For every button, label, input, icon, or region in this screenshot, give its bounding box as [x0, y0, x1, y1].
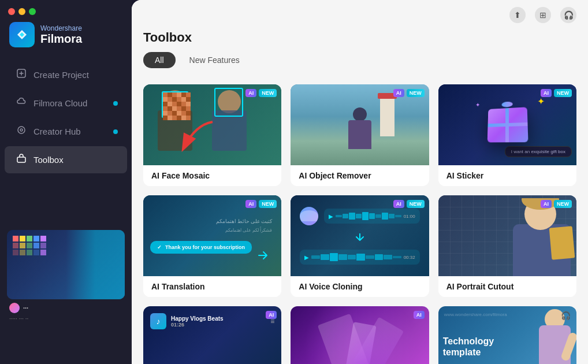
sidebar-item-creator-hub[interactable]: Creator Hub [5, 118, 127, 145]
card-label: AI Object Remover [291, 165, 429, 186]
logo-text: Wondershare Filmora [40, 24, 82, 46]
badge-new: NEW [259, 89, 277, 97]
preview-meta: ··· [0, 299, 132, 315]
upload-icon[interactable]: ⬆ [509, 7, 526, 23]
minimize-button[interactable] [18, 8, 25, 15]
sidebar-item-filmora-cloud[interactable]: Filmora Cloud [5, 90, 127, 117]
preview-card-1[interactable] [7, 230, 125, 299]
card-badges: AI NEW [541, 200, 572, 208]
sidebar-item-create-project[interactable]: Create Project [5, 61, 127, 88]
card-ai-object-remover[interactable]: AI NEW AI Object Remover [291, 84, 429, 186]
card-badges: AI NEW [245, 89, 277, 97]
notification-dot [113, 101, 118, 106]
brand-name: Wondershare [40, 24, 82, 32]
card-badges: AI NEW [393, 89, 425, 97]
svg-point-2 [20, 129, 23, 131]
card-ai-sticker[interactable]: ✦ ✦ I want an exquisite gift box AI NEW … [438, 84, 576, 186]
sidebar-item-label: Create Project [34, 70, 89, 80]
tech-title-line1: Technology [443, 336, 494, 347]
badge-new: NEW [554, 200, 572, 208]
badge-new: NEW [554, 89, 572, 97]
section-header: Toolbox All New Features [143, 28, 576, 75]
voice-clone-arrow [354, 233, 366, 243]
card-badges: AI NEW [245, 200, 277, 208]
creator-hub-icon [16, 125, 27, 138]
app-logo-icon [9, 22, 35, 47]
app-name: Filmora [40, 32, 82, 46]
window-controls [8, 8, 36, 15]
badge-new: NEW [259, 200, 277, 208]
sidebar-item-toolbox[interactable]: Toolbox [5, 146, 127, 173]
card-beats[interactable]: ♪ Happy Vlogs Beats 01:26 ≡ 😊 Happy 🎬 Vl… [143, 306, 281, 364]
badge-new: NEW [407, 89, 425, 97]
topbar-actions: ⬆ ⊞ 🎧 [143, 7, 576, 28]
card-image: AI NEW [143, 84, 281, 165]
sidebar-item-label: Filmora Cloud [34, 98, 87, 108]
translate-arrow-icon [256, 248, 270, 262]
beats-title: Happy Vlogs Beats [171, 315, 224, 322]
card-label: AI Voice Cloning [291, 276, 429, 297]
card-ai-translation[interactable]: كتبت على حائط اهتمامكم فشكراً لكم على اه… [143, 195, 281, 297]
bottom-preview-area: ··· ····· ··· ·· [0, 225, 132, 364]
notification-dot [113, 129, 118, 134]
tab-all[interactable]: All [143, 52, 176, 68]
card-crystal[interactable]: AI · · · [291, 306, 429, 364]
toolbox-icon [16, 153, 27, 166]
preview-title: ····· ··· ·· [0, 315, 132, 322]
logo-area: Wondershare Filmora [0, 17, 132, 57]
badge-ai: AI [245, 89, 256, 97]
red-arrow [178, 119, 218, 159]
card-image: ▶ [291, 195, 429, 276]
sidebar-item-label: Toolbox [34, 155, 64, 165]
svg-rect-3 [17, 157, 25, 162]
card-label: AI Portrait Cutout [438, 276, 576, 297]
sidebar-nav: Create Project Filmora Cloud Creator Hub [0, 57, 132, 178]
toolbox-grid-container: AI NEW AI Face Mosaic [132, 75, 588, 364]
maximize-button[interactable] [29, 8, 36, 15]
card-ai-portrait-cutout[interactable]: AI NEW AI Portrait Cutout [438, 195, 576, 297]
cloud-icon [16, 96, 27, 110]
card-badges: AI [414, 311, 425, 319]
main-content: ⬆ ⊞ 🎧 Toolbox All New Features [132, 0, 588, 364]
card-image: كتبت على حائط اهتمامكم فشكراً لكم على اه… [143, 195, 281, 276]
card-image: ✦ ✦ I want an exquisite gift box AI NEW [438, 84, 576, 165]
card-image: AI NEW [291, 84, 429, 165]
card-image: AI [291, 306, 429, 364]
sidebar-item-label: Creator Hub [34, 127, 81, 136]
card-ai-voice-cloning[interactable]: ▶ [291, 195, 429, 297]
card-technology-template[interactable]: www.wondershare.com/filmora Technology t… [438, 306, 576, 364]
grid-view-icon[interactable]: ⊞ [535, 7, 551, 23]
translation-bubble-text: Thank you for your subscription [165, 244, 245, 250]
card-ai-face-mosaic[interactable]: AI NEW AI Face Mosaic [143, 84, 281, 186]
section-title: Toolbox [143, 30, 576, 45]
card-label: AI Sticker [438, 165, 576, 186]
close-button[interactable] [8, 8, 15, 15]
card-image: AI NEW [438, 195, 576, 276]
headphone-icon[interactable]: 🎧 [560, 7, 576, 23]
beats-duration: 01:26 [171, 322, 224, 328]
card-image: www.wondershare.com/filmora Technology t… [438, 306, 576, 364]
create-project-icon [16, 68, 27, 81]
badge-ai: AI [541, 200, 552, 208]
card-label: AI Face Mosaic [143, 165, 281, 186]
card-image: ♪ Happy Vlogs Beats 01:26 ≡ 😊 Happy 🎬 Vl… [143, 306, 281, 364]
topbar: ⬆ ⊞ 🎧 Toolbox All New Features [132, 0, 588, 75]
toolbox-grid: AI NEW AI Face Mosaic [143, 84, 576, 364]
badge-ai: AI [414, 311, 425, 319]
badge-ai: AI [393, 89, 404, 97]
sidebar: Wondershare Filmora Create Project Filmo… [0, 0, 132, 364]
card-badges: AI NEW [541, 89, 572, 97]
svg-point-1 [18, 127, 25, 133]
tab-new-features[interactable]: New Features [178, 52, 251, 68]
tab-bar: All New Features [143, 52, 576, 68]
tech-title-line2: template [443, 347, 494, 358]
sticker-speech: I want an exquisite gift box [511, 149, 565, 154]
card-label: AI Translation [143, 276, 281, 297]
badge-ai: AI [245, 200, 256, 208]
